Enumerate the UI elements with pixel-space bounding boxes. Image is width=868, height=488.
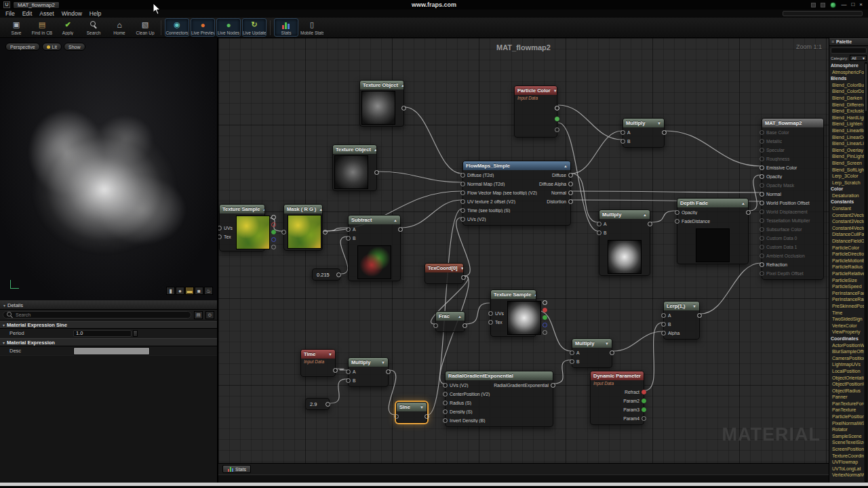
collapse-icon[interactable]: ▼ [657,121,661,125]
palette-item[interactable]: Blend_Difference [829,102,864,108]
output-pin[interactable] [542,300,547,305]
node-texture-object-2[interactable]: Texture Object▲ [332,144,377,191]
node-depth-fade[interactable]: Depth Fade▲OpacityFadeDistance [677,198,749,264]
toolbar-button-search[interactable]: Search [81,18,106,37]
palette-item[interactable]: Desaturation [829,192,864,199]
node-subtract[interactable]: Subtract▲AB [348,215,401,281]
node-sine[interactable]: Sine▼ [396,402,427,423]
node-mat-flowmap2[interactable]: MAT_flowmap2Base ColorMetallicSpecularRo… [762,118,824,280]
palette-item[interactable]: DistanceCullFade [829,231,864,238]
input-pin[interactable] [760,245,764,249]
collapse-icon[interactable]: ▲ [319,207,322,211]
node-texture-sample-2[interactable]: Texture Sample▲UVsTex [490,289,536,337]
tray-icon-2[interactable] [821,3,825,7]
collapse-icon[interactable]: ▲ [393,218,397,222]
toolbar-button-livepreview[interactable]: Live Preview [191,18,215,37]
menu-file[interactable]: File [5,10,15,17]
palette-item[interactable]: TextureCoordinate [829,453,864,460]
close-button[interactable]: × [859,1,863,8]
preview-shape-sphere[interactable]: ● [176,287,184,295]
output-pin[interactable] [551,383,555,388]
palette-item[interactable]: Blend_SoftLight [829,167,864,174]
input-pin[interactable] [281,230,286,235]
collapse-icon[interactable]: ▼ [420,405,424,409]
details-section-expression[interactable]: ▾ Material Expression [0,338,217,346]
palette-item[interactable]: Blend_LinearDodge [829,134,864,141]
node-particle-color[interactable]: Particle Color▼Input Data [514,85,557,138]
output-pin[interactable] [568,190,573,195]
output-pin[interactable] [542,330,547,335]
input-pin[interactable] [570,359,574,364]
collapse-icon[interactable]: ▲ [374,148,376,152]
menu-window[interactable]: Window [62,10,82,17]
preview-shape-cube[interactable]: ■ [195,287,203,295]
output-pin[interactable] [323,230,328,235]
output-pin[interactable] [568,199,573,204]
details-collapse-icon[interactable]: ▾ [3,303,5,308]
window-title-tab[interactable]: MAT_flowmap2 [13,1,60,9]
output-pin[interactable] [401,106,406,110]
details-header[interactable]: ▾ Details [0,301,217,310]
palette-scrollbar-thumb[interactable] [865,64,867,111]
node-flowmaps-simple[interactable]: FlowMaps_Simple▲Diffuse (T2d)DiffuseNorm… [462,161,571,226]
collapse-icon[interactable]: ▲ [564,164,568,168]
input-pin[interactable] [460,190,465,195]
input-pin[interactable] [760,227,764,232]
input-pin[interactable] [760,192,764,197]
input-pin[interactable] [760,236,764,241]
node-multiply-rm[interactable]: Multiply▼AB [572,338,612,368]
input-pin[interactable] [620,139,625,144]
output-pin[interactable] [697,313,702,318]
output-pin[interactable] [271,215,276,220]
node-dynamic-parameter[interactable]: Dynamic Parameter▼Input DataRefractParam… [590,371,644,425]
output-pin[interactable] [542,308,547,312]
toolbar-button-stats[interactable]: Stats [274,18,298,37]
output-pin[interactable] [462,323,467,328]
output-pin[interactable] [642,399,646,403]
toolbar-button-mobile[interactable]: Mobile Stats [300,18,324,37]
output-pin[interactable] [333,368,338,373]
collapse-icon[interactable]: ▼ [328,352,332,357]
preview-shape-cylinder[interactable]: ▮ [166,287,175,295]
input-pin[interactable] [443,409,448,414]
output-pin[interactable] [662,130,667,135]
palette-item[interactable]: PerInstanceRandom [829,296,864,303]
output-pin[interactable] [271,237,276,242]
details-search-input[interactable]: Search [3,311,191,319]
collapse-icon[interactable]: ▲ [741,201,745,205]
toolbar-button-save[interactable]: Save [4,18,28,37]
input-pin[interactable] [460,182,465,186]
palette-item[interactable]: Blend_LinearBurn [829,127,864,134]
input-pin[interactable] [760,262,764,267]
input-pin[interactable] [760,148,764,152]
input-pin[interactable] [443,383,448,388]
input-pin[interactable] [620,130,625,135]
details-section-sine[interactable]: ▾ Material Expression Sine [0,321,217,329]
perspective-dropdown[interactable]: Perspective [5,43,40,51]
collapse-icon[interactable]: ▲ [643,213,647,217]
collapse-icon[interactable]: ▼ [381,361,385,365]
input-pin[interactable] [760,130,764,135]
output-pin[interactable] [326,402,330,407]
input-pin[interactable] [460,208,465,213]
palette-item[interactable]: ParticleRadius [829,264,864,270]
output-pin[interactable] [271,245,276,249]
palette-item[interactable]: Blend_LinearLight [829,140,864,147]
node-mask-r-g[interactable]: Mask ( R G )▲ [283,204,323,251]
palette-item[interactable]: Lerp_Scratch [829,180,864,186]
input-pin[interactable] [346,227,351,232]
palette-item[interactable]: Blend_Exclusion [829,108,864,115]
graph-canvas[interactable]: MAT_flowmap2 Zoom 1:1 MATERIAL Texture O… [218,38,829,463]
input-pin[interactable] [443,392,448,396]
node-texture-sample-1[interactable]: Texture Sample▲UVsTex [219,204,265,251]
palette-item[interactable]: Blend_Lighten [829,121,864,127]
input-pin[interactable] [661,313,666,318]
output-pin[interactable] [461,275,466,280]
input-pin[interactable] [661,331,666,336]
recording-status-icon[interactable] [830,2,836,8]
input-pin[interactable] [443,418,448,423]
collapse-icon[interactable]: ▼ [605,342,609,346]
stats-tab[interactable]: Stats [222,465,251,473]
preview-shape-teapot[interactable]: ♨ [204,287,213,295]
collapse-icon[interactable]: ▲ [401,83,403,87]
